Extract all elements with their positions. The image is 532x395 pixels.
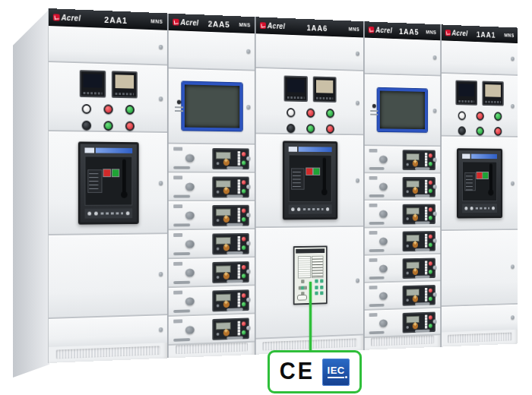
meter-buttons: [287, 96, 305, 99]
drawer-stack: [365, 146, 440, 338]
indicator-lamp-grid: [256, 107, 363, 134]
blank-panel: [49, 234, 167, 319]
lamp-red: [476, 112, 483, 121]
series-badge: MNS: [349, 27, 359, 32]
breaker-face: [84, 156, 132, 205]
rotary-switch-icon: [413, 188, 418, 194]
module-position-strip: [425, 180, 427, 194]
rotary-switch-icon: [413, 160, 418, 166]
stop-button: [242, 208, 245, 213]
module-position-strip: [237, 292, 240, 307]
meter-screen: [116, 74, 135, 88]
panel-side-label: [370, 104, 378, 115]
screw-icon: [246, 213, 250, 217]
drawer-label-chip: [369, 231, 378, 235]
drawer-label-chip: [173, 147, 182, 151]
screw-icon: [159, 96, 163, 101]
breaker-panel: [49, 131, 167, 235]
meter-group: [442, 74, 518, 106]
brand-name: Acrel: [268, 22, 285, 30]
iec-mark: IEC: [322, 359, 350, 386]
breaker-charging-lever: [489, 164, 492, 193]
module-position-strip: [237, 151, 240, 166]
meter-buttons: [84, 92, 103, 95]
drawer-rail-right: [226, 251, 242, 254]
lamp-white: [82, 104, 91, 114]
drawer-rail-right: [226, 280, 242, 283]
drawer-unit: [365, 173, 440, 201]
breaker-blue-strip: [96, 147, 132, 153]
brand-name: Acrel: [62, 14, 81, 23]
drawer-handle-knob: [185, 153, 195, 162]
iec-underline: [328, 377, 344, 378]
lamp-green: [125, 105, 135, 115]
screw-icon: [432, 55, 436, 60]
lamp-green: [306, 124, 315, 133]
drawer-rail-left: [369, 167, 385, 170]
indicator-lamp-grid: [49, 103, 167, 131]
module-position-strip: [425, 288, 427, 302]
drawer-rail-right: [226, 166, 242, 169]
meter-group: [256, 68, 363, 103]
screw-icon: [432, 109, 436, 113]
acrel-logo-icon: [53, 14, 60, 21]
module-led: [216, 162, 219, 165]
breaker-label-chip: [84, 147, 93, 153]
rotary-switch-icon: [413, 215, 418, 221]
screw-icon: [246, 156, 250, 160]
drawer-unit: [169, 258, 255, 288]
stop-button: [242, 265, 245, 270]
rotary-switch-icon: [413, 323, 418, 329]
brand-logo: Acrel: [53, 13, 81, 22]
module-led: [407, 299, 409, 302]
breaker-off-button: [103, 169, 111, 177]
breaker-face: [289, 154, 332, 201]
module-position-strip: [237, 236, 240, 251]
cabinet-name: 2AA5: [201, 19, 236, 29]
drawer-label-chip: [173, 204, 182, 208]
lamp-green: [494, 112, 502, 121]
stop-button: [242, 152, 245, 156]
rotary-switch-icon: [223, 330, 229, 337]
lamp-black: [458, 126, 465, 135]
brand-logo: Acrel: [369, 26, 392, 34]
start-button: [429, 189, 432, 193]
cabinet-name: 1AA6: [288, 22, 347, 33]
brand-name: Acrel: [451, 29, 467, 37]
drawer-rail-left: [369, 222, 385, 225]
cabinet-2AA1: Acrel 2AA1 MNS: [48, 8, 167, 363]
screw-icon: [159, 45, 163, 49]
breaker-charging-lever: [323, 158, 326, 193]
air-circuit-breaker: [283, 141, 337, 220]
module-position-strip: [237, 264, 240, 279]
drawer-rail-left: [369, 331, 385, 334]
start-button: [242, 245, 245, 250]
screw-icon: [511, 104, 515, 108]
lock-icon: [372, 104, 376, 109]
drawer-rail-left: [173, 281, 190, 284]
rotary-switch-icon: [413, 269, 418, 275]
drawer-rail-right: [415, 275, 430, 278]
relay-test-button: [297, 295, 307, 301]
start-button: [242, 330, 245, 335]
touchscreen-hmi: [378, 88, 428, 132]
breaker-display: [87, 170, 102, 193]
lamp-green: [476, 127, 483, 136]
acrel-logo-icon: [369, 27, 375, 33]
meter-buttons: [116, 93, 135, 95]
module-led: [407, 217, 409, 220]
drawer-rail-right: [415, 302, 430, 305]
drawer-unit: [365, 201, 440, 228]
screw-icon: [356, 278, 359, 283]
breaker-panel: [256, 134, 363, 228]
start-button: [429, 162, 432, 166]
drawer-label-chip: [369, 176, 378, 180]
relay-highlight-line: [309, 282, 312, 353]
drawer-unit: [169, 286, 255, 317]
drawer-rail-right: [415, 221, 430, 224]
series-badge: MNS: [504, 33, 514, 38]
screw-icon: [246, 185, 250, 189]
screw-icon: [432, 319, 436, 324]
stop-button: [242, 180, 245, 185]
drawer-handle-knob: [185, 182, 195, 191]
